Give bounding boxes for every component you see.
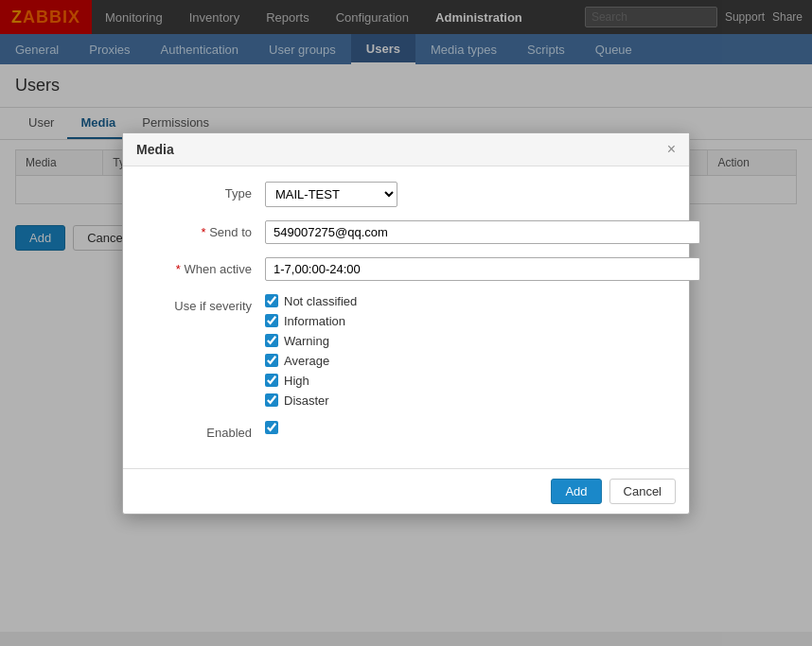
enabled-checkbox[interactable] <box>265 421 278 434</box>
checkbox-warning-label: Warning <box>284 334 329 348</box>
checkbox-disaster[interactable]: Disaster <box>265 393 670 408</box>
media-modal: Media × Type MAIL-TEST Send to <box>122 132 690 515</box>
checkbox-average-input[interactable] <box>265 354 278 367</box>
checkbox-information[interactable]: Information <box>265 314 670 328</box>
enabled-field <box>265 421 670 437</box>
type-row: Type MAIL-TEST <box>142 182 670 207</box>
when-active-input[interactable] <box>265 257 700 281</box>
type-field: MAIL-TEST <box>265 182 670 207</box>
when-active-label: When active <box>142 257 265 276</box>
severity-checkboxes: Not classified Information Warning <box>265 294 670 408</box>
modal-body: Type MAIL-TEST Send to When active <box>123 166 689 468</box>
send-to-field <box>265 220 700 244</box>
checkbox-average[interactable]: Average <box>265 354 670 368</box>
modal-footer: Add Cancel <box>123 468 689 514</box>
type-select[interactable]: MAIL-TEST <box>265 182 397 207</box>
checkbox-information-input[interactable] <box>265 314 278 327</box>
send-to-input[interactable] <box>265 220 700 244</box>
checkbox-not-classified-label: Not classified <box>284 294 357 308</box>
when-active-row: When active <box>142 257 670 281</box>
modal-cancel-button[interactable]: Cancel <box>609 479 676 504</box>
when-active-field <box>265 257 700 281</box>
checkbox-high[interactable]: High <box>265 374 670 388</box>
checkbox-high-label: High <box>284 374 309 388</box>
checkboxes-field: Not classified Information Warning <box>265 294 670 408</box>
send-to-row: Send to <box>142 220 670 244</box>
checkbox-warning-input[interactable] <box>265 334 278 347</box>
enabled-row: Enabled <box>142 421 670 440</box>
modal-title: Media <box>136 142 174 157</box>
checkbox-average-label: Average <box>284 354 329 368</box>
checkbox-not-classified-input[interactable] <box>265 294 278 307</box>
use-if-severity-label: Use if severity <box>142 294 265 313</box>
checkbox-warning[interactable]: Warning <box>265 334 670 348</box>
checkbox-not-classified[interactable]: Not classified <box>265 294 670 308</box>
checkbox-disaster-label: Disaster <box>284 393 329 408</box>
modal-close-button[interactable]: × <box>667 141 676 158</box>
modal-header: Media × <box>123 133 689 166</box>
modal-add-button[interactable]: Add <box>551 479 601 504</box>
modal-overlay: Media × Type MAIL-TEST Send to <box>0 0 812 632</box>
type-label: Type <box>142 182 265 201</box>
checkbox-disaster-input[interactable] <box>265 393 278 407</box>
enabled-label: Enabled <box>142 421 265 440</box>
checkbox-information-label: Information <box>284 314 345 328</box>
send-to-label: Send to <box>142 220 265 239</box>
use-if-severity-row: Use if severity Not classified Informati… <box>142 294 670 408</box>
checkbox-high-input[interactable] <box>265 374 278 387</box>
